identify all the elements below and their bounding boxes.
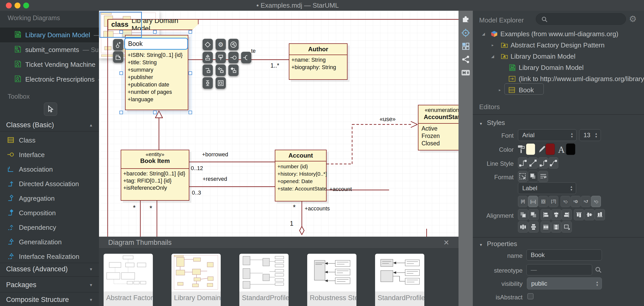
quick-nested-class-button[interactable] xyxy=(216,77,226,89)
explorer-settings-button[interactable]: ⚙ xyxy=(629,14,637,24)
align-top-button[interactable] xyxy=(574,209,584,220)
tree-item-abstract-factory[interactable]: ▸ Abstract Factory Design Pattern xyxy=(473,40,644,51)
toolbox-section-composite-structure[interactable]: Composite Structure ▼ xyxy=(0,294,99,305)
tool-class[interactable]: Class xyxy=(0,133,99,148)
styles-section-header[interactable]: ▼ Styles xyxy=(479,119,505,127)
font-family-select[interactable]: Arial ▲▼ xyxy=(518,129,577,141)
quick-composition-button[interactable] xyxy=(228,65,239,76)
tool-generalization[interactable]: Generalization xyxy=(0,235,99,249)
working-diagram-electronic-prescriptions[interactable]: Electronic Prescriptions — E xyxy=(0,72,99,87)
author-class[interactable]: Author +name: String +biography: String xyxy=(289,43,348,80)
thumbnail-standardprofilel3[interactable]: StandardProfileL3 xyxy=(375,254,424,306)
borrowed-multiplicity[interactable]: 0..12 xyxy=(191,165,203,172)
toggle-show-operation-button[interactable]: [▭] xyxy=(528,196,538,207)
isabstract-checkbox[interactable] xyxy=(527,293,534,299)
minimap-viewport[interactable] xyxy=(100,12,142,38)
tree-item-hyperlink[interactable]: (link to http://www.uml-diagrams.org/lib… xyxy=(473,73,644,84)
fill-color-swatch[interactable] xyxy=(526,143,535,155)
font-size-stepper[interactable]: 13 ▲▼ xyxy=(579,129,601,141)
toggle-suppress-receptions-button[interactable]: ˣ↺ xyxy=(581,196,591,207)
properties-section-header[interactable]: ▼ Properties xyxy=(479,240,517,248)
clipped-association-label[interactable]: te xyxy=(251,48,256,54)
reserved-multiplicity[interactable]: 0..3 xyxy=(192,190,201,196)
toggle-suppress-literals-button[interactable]: ˣ◇ xyxy=(591,196,601,207)
selection-handle[interactable] xyxy=(153,111,157,114)
close-window-button[interactable] xyxy=(6,3,12,8)
quick-diamond-button[interactable] xyxy=(203,39,213,50)
align-middle-button[interactable] xyxy=(584,209,595,220)
label-format-select[interactable]: Label ▲▼ xyxy=(518,182,576,194)
toggle-suppress-attributes-button[interactable]: ˣ◇ xyxy=(561,196,570,207)
tree-item-library-domain-model-diagram[interactable]: Library Domain Model xyxy=(473,62,644,73)
selection-handle[interactable] xyxy=(153,30,157,34)
thumbnail-abstract-factory[interactable]: Abstract Factory Design Pattern xyxy=(104,254,153,306)
account-multiplicity[interactable]: * xyxy=(293,203,296,211)
line-style-oblique-button[interactable] xyxy=(528,157,538,169)
toggle-show-multiplicity-button[interactable]: [#] xyxy=(518,196,528,207)
line-color-swatch[interactable] xyxy=(546,143,555,155)
tool-aggregation[interactable]: Aggregation xyxy=(0,191,99,206)
use-dependency-label[interactable]: «use» xyxy=(380,116,396,123)
toggle-show-property-button[interactable]: [{}] xyxy=(538,196,548,207)
bookitem-multiplicity-b[interactable]: * xyxy=(150,205,152,212)
selection-handle[interactable] xyxy=(119,111,123,114)
quick-generalization-button[interactable] xyxy=(203,52,213,63)
book-item-class[interactable]: «entity» Book Item +barcode: String[0..1… xyxy=(121,150,189,201)
space-equally-horizontally-button[interactable] xyxy=(541,221,551,233)
quick-aggregation-button[interactable] xyxy=(216,65,226,76)
select-tool-button[interactable] xyxy=(44,103,57,116)
selection-handle[interactable] xyxy=(189,71,192,75)
accounts-role[interactable]: +accounts xyxy=(305,206,330,212)
bring-to-front-button[interactable] xyxy=(528,209,539,220)
focus-button[interactable] xyxy=(461,29,470,37)
tree-item-examples[interactable]: ◢ Examples (from www.uml-diagrams.org) xyxy=(473,28,644,40)
quick-constraint-button[interactable] xyxy=(216,52,226,63)
tool-interface[interactable]: Interface xyxy=(0,148,99,162)
font-color-swatch[interactable] xyxy=(566,143,575,155)
collapsed-icon[interactable]: ▸ xyxy=(492,43,494,47)
quick-containment-button[interactable] xyxy=(203,77,213,89)
toggle-show-type-button[interactable]: [:T] xyxy=(549,196,558,207)
distribute-vertically-button[interactable] xyxy=(528,221,539,233)
selection-handle[interactable] xyxy=(119,71,123,75)
expanded-icon[interactable]: ◢ xyxy=(482,32,485,36)
account-role[interactable]: +account xyxy=(329,186,352,193)
toolbox-section-packages[interactable]: Packages ▼ xyxy=(0,279,99,291)
library-multiplicity[interactable]: 1 xyxy=(290,220,293,227)
thumbnail-library-domain-model[interactable]: Library Domain Model xyxy=(171,254,221,306)
close-icon[interactable]: ✕ xyxy=(443,238,449,247)
name-input[interactable]: Book xyxy=(526,249,602,261)
tool-interface-realization[interactable]: Interface Realization xyxy=(0,249,99,264)
name-edit-input[interactable]: Book xyxy=(124,38,188,50)
tree-item-library-domain-model-folder[interactable]: ◢ Library Domain Model xyxy=(473,51,644,62)
line-style-rounded-button[interactable] xyxy=(538,157,548,169)
toggle-suppress-operations-button[interactable]: ˣ⚙ xyxy=(571,196,580,207)
borrowed-role[interactable]: +borrowed xyxy=(202,151,228,158)
align-bottom-button[interactable] xyxy=(595,209,605,220)
tool-dependency[interactable]: Dependency xyxy=(0,220,99,235)
markdown-button[interactable] xyxy=(461,68,470,77)
working-diagram-ticket-vending-machine[interactable]: Ticket Vending Machine — T xyxy=(0,57,99,72)
tool-association[interactable]: Association xyxy=(0,162,99,177)
layout-button[interactable] xyxy=(461,42,470,50)
collapsed-icon[interactable]: ▸ xyxy=(499,88,501,92)
account-class[interactable]: Account +number {id} +history: History[0… xyxy=(275,150,327,201)
working-diagram-submit-comments[interactable]: submit_comments — Submit xyxy=(0,42,99,57)
space-equally-vertically-button[interactable] xyxy=(551,221,561,233)
tool-composition[interactable]: Composition xyxy=(0,206,99,220)
account-state-enumeration[interactable]: «enumeration» AccountState Active Frozen… xyxy=(418,105,459,150)
format-word-wrap-button[interactable] xyxy=(538,171,548,182)
match-size-button[interactable] xyxy=(562,221,572,233)
author-multiplicity[interactable]: 1..* xyxy=(270,62,279,69)
quick-required-interface-button[interactable] xyxy=(241,52,251,63)
tool-directed-association[interactable]: Directed Association xyxy=(0,177,99,191)
toolbox-section-classes-basic[interactable]: Classes (Basic) ▲ xyxy=(0,119,99,131)
align-left-button[interactable] xyxy=(541,209,551,220)
toolbox-section-classes-advanced[interactable]: Classes (Advanced) ▼ xyxy=(0,263,99,275)
add-link-button[interactable] xyxy=(113,39,123,50)
stereotype-search-icon[interactable] xyxy=(595,266,602,273)
selection-handle[interactable] xyxy=(189,30,192,34)
stereotype-input[interactable]: — xyxy=(526,264,592,275)
quick-self-association-button[interactable] xyxy=(203,65,213,76)
align-right-button[interactable] xyxy=(562,209,572,220)
